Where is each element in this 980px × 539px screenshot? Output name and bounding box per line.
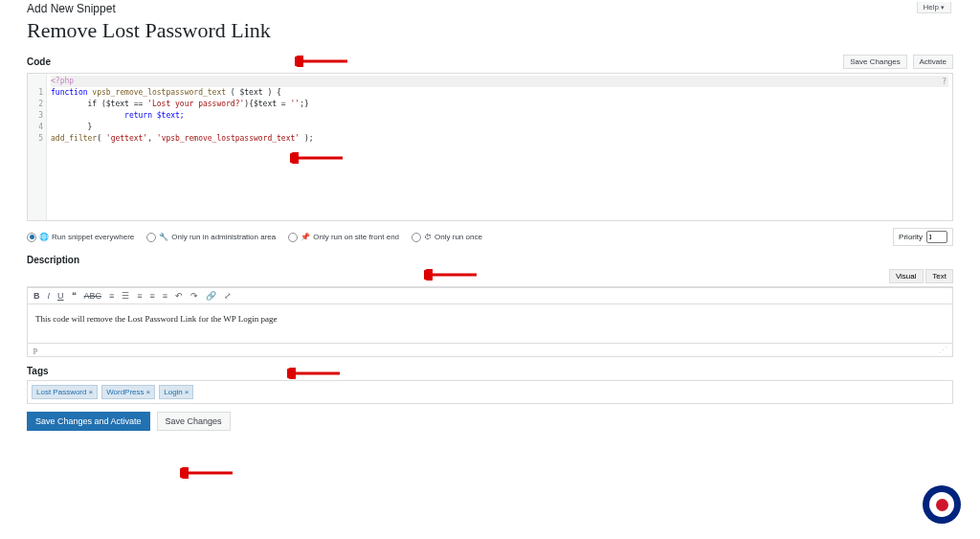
string: '' <box>290 100 300 108</box>
save-changes-button-bottom[interactable]: Save Changes <box>157 412 231 431</box>
priority-box: Priority <box>893 228 953 246</box>
help-tab[interactable]: Help <box>917 2 951 13</box>
breadcrumb: Add New Snippet <box>27 2 953 15</box>
fullscreen-icon[interactable]: ⤢ <box>224 291 232 301</box>
option-label: Run snippet everywhere <box>52 233 134 241</box>
description-content[interactable]: This code will remove the Lost Password … <box>28 304 952 343</box>
radio-icon <box>412 233 421 242</box>
align-right-icon[interactable]: ≡ <box>163 291 167 301</box>
tag-item[interactable]: Login× <box>159 385 193 399</box>
code-text: ){$text = <box>244 100 290 108</box>
redo-icon[interactable]: ↷ <box>190 291 198 301</box>
option-label: Only run once <box>434 233 482 241</box>
code-text: ( $text ) { <box>226 88 281 97</box>
arrow-annotation <box>295 56 347 67</box>
code-editor[interactable]: 1 2 3 4 5 <?phpfunction vpsb_remove_lost… <box>27 73 953 221</box>
page-title: Remove Lost Password Link <box>27 18 953 43</box>
help-icon[interactable]: ? <box>942 77 947 88</box>
option-label: Only run in administration area <box>171 233 276 241</box>
editor-toolbar: B I U ❝ ABC ≡ ☰ ≡ ≡ ≡ ↶ ↷ 🔗 ⤢ <box>28 287 952 304</box>
string: 'gettext' <box>106 134 147 143</box>
php-open-tag: <?php <box>51 76 948 87</box>
description-label: Description <box>27 255 79 265</box>
pin-icon: 📌 <box>301 233 310 241</box>
numbered-list-icon[interactable]: ☰ <box>122 291 129 301</box>
arrow-annotation <box>287 368 340 379</box>
run-everywhere-option[interactable]: 🌐 Run snippet everywhere <box>27 233 134 242</box>
code-text: ); <box>300 134 313 143</box>
bold-icon[interactable]: B <box>33 291 40 301</box>
run-once-option[interactable]: ⏱ Only run once <box>412 233 482 242</box>
tag-remove-icon[interactable]: × <box>185 388 189 396</box>
quote-icon[interactable]: ❝ <box>72 291 77 301</box>
tags-input[interactable]: Lost Password× WordPress× Login× <box>27 380 953 404</box>
tab-text[interactable]: Text <box>925 269 953 283</box>
strikethrough-icon[interactable]: ABC <box>84 291 102 301</box>
underline-icon[interactable]: U <box>57 291 64 301</box>
tag-label: Lost Password <box>36 388 86 396</box>
string: 'vpsb_remove_lostpassword_text' <box>157 134 300 143</box>
align-left-icon[interactable]: ≡ <box>137 291 142 301</box>
link-icon[interactable]: 🔗 <box>206 291 216 301</box>
description-editor: B I U ❝ ABC ≡ ☰ ≡ ≡ ≡ ↶ ↷ 🔗 ⤢ This code … <box>27 286 953 357</box>
bullet-list-icon[interactable]: ≡ <box>109 291 114 301</box>
tags-label: Tags <box>27 366 49 376</box>
option-label: Only run on site front end <box>313 233 399 241</box>
keyword: function <box>51 88 88 97</box>
tag-label: WordPress <box>106 388 144 396</box>
tag-item[interactable]: Lost Password× <box>32 385 98 399</box>
code-text: ( <box>97 134 106 143</box>
arrow-annotation <box>180 467 233 479</box>
save-changes-button[interactable]: Save Changes <box>843 55 906 69</box>
tag-label: Login <box>164 388 183 396</box>
radio-icon <box>288 233 298 242</box>
align-center-icon[interactable]: ≡ <box>150 291 155 301</box>
arrow-annotation <box>424 269 477 281</box>
line-gutter: 1 2 3 4 5 <box>28 74 47 220</box>
priority-label: Priority <box>899 233 923 241</box>
radio-checked-icon <box>27 233 36 242</box>
italic-icon[interactable]: I <box>48 291 51 301</box>
code-label: Code <box>27 56 51 67</box>
tag-remove-icon[interactable]: × <box>88 388 93 396</box>
run-options: 🌐 Run snippet everywhere 🔧 Only run in a… <box>27 233 492 242</box>
code-text: , <box>147 134 157 143</box>
code-content[interactable]: <?phpfunction vpsb_remove_lostpassword_t… <box>47 74 952 220</box>
tag-remove-icon[interactable]: × <box>146 388 151 396</box>
save-and-activate-button[interactable]: Save Changes and Activate <box>27 412 150 431</box>
resize-handle-icon[interactable]: ⋰ <box>939 346 947 354</box>
priority-input[interactable] <box>926 231 947 243</box>
string: 'Lost your password?' <box>147 100 244 108</box>
code-text: ;} <box>300 100 309 108</box>
tag-item[interactable]: WordPress× <box>101 385 155 399</box>
activate-button[interactable]: Activate <box>913 55 953 69</box>
code-text: return $text; <box>51 111 185 120</box>
radio-icon <box>146 233 156 242</box>
wrench-icon: 🔧 <box>159 233 168 241</box>
page-content: Add New Snippet Remove Lost Password Lin… <box>0 0 980 431</box>
roundel-logo <box>923 485 961 524</box>
run-frontend-option[interactable]: 📌 Only run on site front end <box>288 233 399 242</box>
element-path: p <box>33 346 37 354</box>
arrow-annotation <box>290 152 343 164</box>
code-text: if ($text == <box>51 100 147 108</box>
undo-icon[interactable]: ↶ <box>175 291 183 301</box>
clock-icon: ⏱ <box>424 233 432 241</box>
run-admin-option[interactable]: 🔧 Only run in administration area <box>146 233 276 242</box>
function-name: vpsb_remove_lostpassword_text <box>88 88 227 97</box>
code-buttons: Save Changes Activate <box>840 55 953 69</box>
function-name: add_filter <box>51 134 97 143</box>
tab-visual[interactable]: Visual <box>889 269 924 283</box>
code-text: } <box>51 123 92 131</box>
globe-icon: 🌐 <box>39 233 49 241</box>
